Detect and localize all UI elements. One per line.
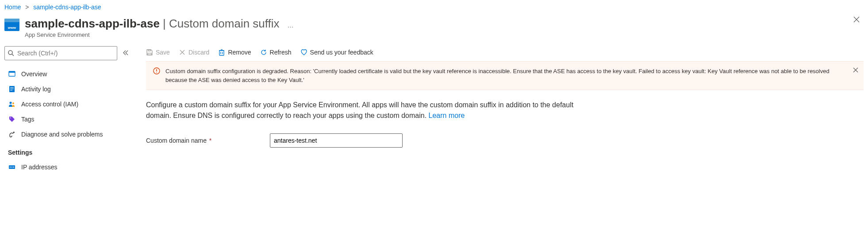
sidebar-item-tags[interactable]: Tags (4, 112, 133, 127)
sidebar-item-activity-log[interactable]: Activity log (4, 82, 133, 97)
svg-point-10 (10, 117, 11, 118)
refresh-button[interactable]: Refresh (260, 49, 292, 56)
discard-icon (179, 49, 186, 56)
close-icon (853, 67, 858, 73)
svg-point-8 (10, 102, 12, 104)
page-title: sample-cdns-app-ilb-ase (25, 17, 160, 30)
sidebar-item-overview[interactable]: Overview (4, 66, 133, 82)
form-label-text: Custom domain name (146, 137, 207, 144)
page-subtitle: App Service Environment (25, 31, 864, 38)
toolbar: Save Discard Remove (146, 46, 864, 61)
custom-domain-row: Custom domain name * (146, 133, 864, 148)
svg-rect-5 (10, 87, 14, 88)
svg-rect-7 (10, 90, 12, 90)
sidebar-item-label: Activity log (21, 86, 51, 93)
close-button[interactable] (853, 16, 860, 24)
sidebar-item-label: Diagnose and solve problems (21, 131, 103, 138)
toolbar-label: Save (156, 49, 170, 56)
breadcrumb-resource[interactable]: sample-cdns-app-ilb-ase (33, 4, 101, 11)
notification-text: Custom domain suffix configuration is de… (165, 67, 846, 84)
learn-more-link[interactable]: Learn more (429, 112, 465, 119)
custom-domain-label: Custom domain name * (146, 137, 270, 144)
discard-button[interactable]: Discard (179, 49, 209, 56)
breadcrumb-home[interactable]: Home (4, 4, 21, 11)
overview-icon (8, 70, 16, 78)
header-more-button[interactable]: … (287, 22, 294, 29)
remove-button[interactable]: Remove (218, 49, 251, 56)
resource-icon-label: www (8, 26, 16, 30)
breadcrumb: Home > sample-cdns-app-ilb-ase (0, 0, 868, 12)
sidebar-item-ip-addresses[interactable]: IP addresses (4, 160, 133, 175)
notification-bar: Custom domain suffix configuration is de… (146, 61, 864, 90)
refresh-icon (260, 49, 267, 56)
page-header: www sample-cdns-app-ilb-ase | Custom dom… (0, 12, 868, 46)
save-button[interactable]: Save (146, 49, 170, 56)
svg-rect-13 (12, 167, 12, 168)
main-content: Save Discard Remove (133, 46, 868, 175)
sidebar-item-label: Overview (21, 70, 47, 78)
warning-icon (153, 67, 160, 84)
custom-domain-input[interactable] (270, 133, 403, 148)
description-body: Configure a custom domain suffix for you… (146, 101, 573, 119)
svg-rect-12 (10, 167, 11, 168)
trash-icon (218, 49, 225, 56)
chevron-double-left-icon (123, 50, 129, 56)
ip-addresses-icon (8, 163, 16, 171)
tags-icon (8, 115, 16, 123)
sidebar-item-label: IP addresses (21, 164, 57, 171)
toolbar-label: Remove (228, 49, 251, 56)
diagnose-icon (8, 130, 16, 138)
svg-rect-6 (10, 89, 14, 89)
sidebar-search-input[interactable] (4, 46, 117, 60)
svg-rect-19 (219, 51, 224, 55)
heart-icon (300, 49, 307, 56)
toolbar-label: Send us your feedback (310, 49, 373, 56)
svg-rect-14 (13, 167, 14, 168)
sidebar: Overview Activity log Access control (IA… (0, 46, 133, 175)
sidebar-section-settings: Settings (4, 142, 133, 160)
sidebar-item-label: Tags (21, 116, 35, 123)
sidebar-collapse-button[interactable] (123, 50, 129, 57)
svg-point-9 (12, 102, 14, 104)
svg-rect-3 (9, 71, 15, 73)
close-icon (853, 16, 860, 23)
svg-rect-16 (148, 50, 150, 51)
breadcrumb-separator: > (25, 4, 29, 11)
toolbar-label: Discard (188, 49, 209, 56)
page-title-separator: | (160, 17, 169, 30)
app-service-environment-icon: www (4, 19, 19, 31)
toolbar-label: Refresh (270, 49, 292, 56)
notification-close-button[interactable] (853, 67, 858, 74)
activity-log-icon (8, 85, 16, 93)
description-text: Configure a custom domain suffix for you… (146, 100, 588, 121)
required-indicator: * (209, 137, 211, 144)
access-control-icon (8, 100, 16, 108)
svg-point-26 (156, 72, 157, 73)
sidebar-item-access-control[interactable]: Access control (IAM) (4, 97, 133, 112)
sidebar-item-diagnose[interactable]: Diagnose and solve problems (4, 127, 133, 142)
sidebar-item-label: Access control (IAM) (21, 101, 78, 108)
feedback-button[interactable]: Send us your feedback (300, 49, 373, 56)
page-section-title: Custom domain suffix (169, 17, 280, 30)
svg-rect-15 (148, 53, 151, 55)
save-icon (146, 49, 153, 56)
